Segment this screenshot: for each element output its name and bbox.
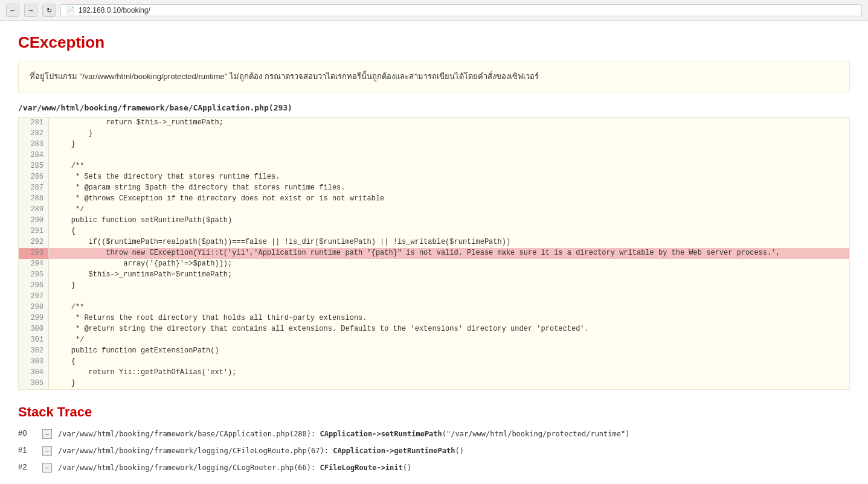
line-content: array('{path}'=>$path)));	[49, 259, 237, 270]
line-number: 281	[19, 118, 49, 129]
code-line-294: 294 array('{path}'=>$path)));	[19, 259, 849, 270]
line-number: 295	[19, 270, 49, 281]
code-line-304: 304 return Yii::getPathOfAlias('ext');	[19, 368, 849, 378]
page-icon: 📄	[66, 6, 75, 14]
code-line-287: 287 * @param string $path the directory …	[19, 183, 849, 194]
forward-button[interactable]: →	[24, 4, 37, 17]
code-line-289: 289 */	[19, 205, 849, 215]
line-content: * Sets the directory that stores runtime…	[49, 172, 285, 183]
refresh-button[interactable]: ↻	[42, 4, 56, 17]
stack-item-method: CFileLogRoute->init	[320, 463, 402, 472]
line-number: 282	[19, 129, 49, 139]
line-number: 296	[19, 281, 49, 291]
page-content: CException ที่อยู่โปรแกรม "/var/www/html…	[0, 21, 868, 484]
line-content: return Yii::getPathOfAlias('ext');	[49, 368, 241, 378]
stack-item-number: #0	[18, 428, 36, 438]
line-content: if(($runtimePath=realpath($path))===fals…	[49, 237, 515, 248]
stack-toggle-button[interactable]: –	[42, 463, 52, 473]
code-line-283: 283 }	[19, 139, 849, 150]
file-path: /var/www/html/booking/framework/base/CAp…	[18, 103, 850, 112]
line-content	[49, 291, 59, 302]
stack-item-text: /var/www/html/booking/framework/logging/…	[58, 462, 850, 473]
browser-chrome: ← → ↻ 📄 192.168.0.10/booking/	[0, 0, 868, 21]
code-line-302: 302 public function getExtensionPath()	[19, 346, 849, 357]
stack-item-args: ()	[455, 447, 463, 455]
line-number: 292	[19, 237, 49, 248]
line-number: 303	[19, 357, 49, 368]
code-line-285: 285 /**	[19, 161, 849, 172]
line-content: * Returns the root directory that holds …	[49, 313, 371, 324]
line-content: return $this->_runtimePath;	[49, 118, 228, 129]
code-line-296: 296 }	[19, 281, 849, 291]
line-content: }	[49, 139, 80, 150]
line-content: */	[49, 205, 89, 215]
line-number: 290	[19, 215, 49, 226]
code-line-284: 284	[19, 150, 849, 161]
line-number: 298	[19, 302, 49, 313]
line-content: public function setRuntimePath($path)	[49, 215, 237, 226]
line-content: $this->_runtimePath=$runtimePath;	[49, 270, 237, 281]
line-number: 297	[19, 291, 49, 302]
line-number: 304	[19, 368, 49, 378]
stack-item-path: /var/www/html/booking/framework/base/CAp…	[58, 430, 320, 438]
back-button[interactable]: ←	[6, 4, 19, 17]
url-text: 192.168.0.10/booking/	[79, 6, 150, 14]
stack-item-0: #0–/var/www/html/booking/framework/base/…	[18, 428, 850, 439]
address-bar[interactable]: 📄 192.168.0.10/booking/	[60, 4, 862, 16]
code-line-305: 305 }	[19, 378, 849, 389]
error-message-text: ที่อยู่โปรแกรม "/var/www/html/booking/pr…	[30, 72, 539, 81]
line-content: /**	[49, 161, 89, 172]
line-content: {	[49, 357, 80, 368]
line-content	[49, 150, 59, 161]
exception-title: CException	[18, 33, 850, 52]
stack-item-2: #2–/var/www/html/booking/framework/loggi…	[18, 462, 850, 473]
stack-item-number: #2	[18, 462, 36, 471]
line-number: 289	[19, 205, 49, 215]
stack-item-path: /var/www/html/booking/framework/logging/…	[58, 447, 333, 455]
line-number: 299	[19, 313, 49, 324]
code-line-290: 290 public function setRuntimePath($path…	[19, 215, 849, 226]
code-line-288: 288 * @throws CException if the director…	[19, 194, 849, 205]
code-line-300: 300 * @return string the directory that …	[19, 324, 849, 335]
line-content: * @param string $path the directory that…	[49, 183, 350, 194]
stack-item-path: /var/www/html/booking/framework/logging/…	[58, 463, 320, 472]
line-content: }	[49, 281, 80, 291]
stack-toggle-button[interactable]: –	[42, 429, 52, 439]
line-number: 301	[19, 335, 49, 346]
code-line-286: 286 * Sets the directory that stores run…	[19, 172, 849, 183]
line-content: throw new CException(Yii::t('yii','Appli…	[49, 248, 785, 259]
code-line-295: 295 $this->_runtimePath=$runtimePath;	[19, 270, 849, 281]
line-content: public function getExtensionPath()	[49, 346, 224, 357]
code-block: 281 return $this->_runtimePath;282 }283 …	[18, 117, 850, 390]
code-line-299: 299 * Returns the root directory that ho…	[19, 313, 849, 324]
line-content: }	[49, 378, 80, 389]
line-number: 283	[19, 139, 49, 150]
line-number: 291	[19, 226, 49, 237]
code-line-292: 292 if(($runtimePath=realpath($path))===…	[19, 237, 849, 248]
line-content: }	[49, 129, 98, 139]
line-content: /**	[49, 302, 89, 313]
stack-item-number: #1	[18, 445, 36, 454]
line-content: {	[49, 226, 80, 237]
stack-item-args: ("/var/www/html/booking/protected/runtim…	[442, 430, 630, 438]
line-number: 293	[19, 248, 49, 259]
code-line-293: 293 throw new CException(Yii::t('yii','A…	[19, 248, 849, 259]
code-line-282: 282 }	[19, 129, 849, 139]
code-line-291: 291 {	[19, 226, 849, 237]
line-number: 286	[19, 172, 49, 183]
stack-item-1: #1–/var/www/html/booking/framework/loggi…	[18, 445, 850, 456]
stack-item-text: /var/www/html/booking/framework/logging/…	[58, 445, 850, 456]
line-number: 288	[19, 194, 49, 205]
line-number: 305	[19, 378, 49, 389]
line-number: 284	[19, 150, 49, 161]
stack-item-args: ()	[403, 463, 411, 472]
stack-item-method: CApplication->setRuntimePath	[320, 430, 442, 438]
stack-trace-title: Stack Trace	[18, 404, 850, 420]
code-line-281: 281 return $this->_runtimePath;	[19, 118, 849, 129]
line-number: 285	[19, 161, 49, 172]
code-line-303: 303 {	[19, 357, 849, 368]
stack-item-text: /var/www/html/booking/framework/base/CAp…	[58, 428, 850, 439]
stack-item-method: CApplication->getRuntimePath	[333, 447, 455, 455]
stack-toggle-button[interactable]: –	[42, 446, 52, 456]
code-line-298: 298 /**	[19, 302, 849, 313]
